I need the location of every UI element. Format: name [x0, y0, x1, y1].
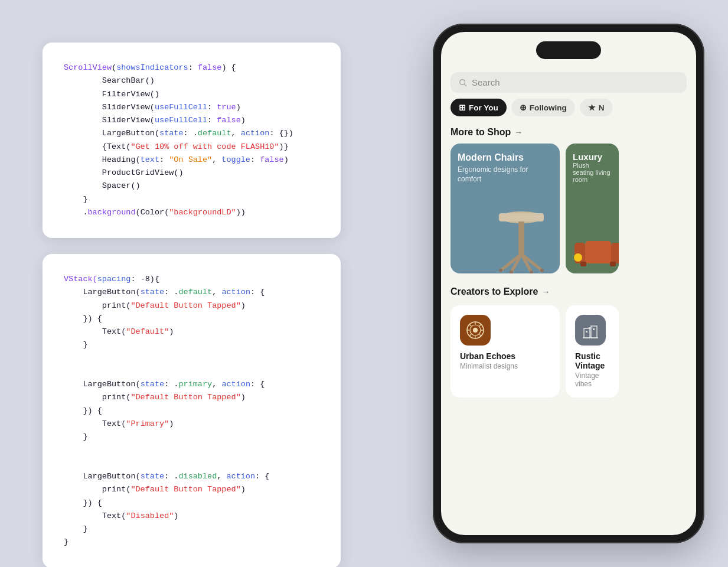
tab-for-you-icon: ⊞ — [459, 103, 466, 112]
shop-card-luxury-content: Luxury Plush seating living room — [566, 144, 619, 191]
phone-screen: Search ⊞ For You ⊕ Following ★ N — [441, 32, 696, 535]
svg-point-9 — [499, 269, 502, 272]
shop-card-luxury[interactable]: Luxury Plush seating living room — [566, 144, 619, 273]
svg-rect-16 — [585, 241, 611, 252]
svg-line-29 — [469, 334, 471, 336]
creator-urban-echoes-desc: Minimalist designs — [460, 362, 550, 370]
svg-rect-18 — [610, 262, 616, 266]
tab-bar: ⊞ For You ⊕ Following ★ N — [441, 99, 696, 123]
shop-card-main-title: Modern Chairs — [458, 152, 553, 163]
shop-card-modern-chairs[interactable]: Modern Chairs Ergonomic designs for comf… — [450, 144, 560, 273]
tab-starred[interactable]: ★ N — [580, 99, 613, 116]
svg-rect-15 — [611, 243, 619, 263]
phone-outer: Search ⊞ For You ⊕ Following ★ N — [433, 24, 704, 543]
svg-point-21 — [473, 328, 478, 333]
svg-line-27 — [479, 334, 481, 336]
svg-rect-31 — [591, 326, 597, 338]
chair-illustration — [483, 179, 560, 273]
svg-rect-17 — [580, 262, 586, 266]
creator-icon-urban-echoes — [460, 315, 491, 346]
phone-frame: Search ⊞ For You ⊕ Following ★ N — [433, 24, 704, 543]
creator-rustic-vintage-name: Rustic Vintage — [575, 351, 609, 370]
search-icon — [459, 79, 467, 87]
more-to-shop-header: More to Shop → — [441, 123, 696, 144]
creators-row: Urban Echoes Minimalist designs — [441, 305, 696, 397]
svg-rect-33 — [589, 327, 590, 329]
more-to-shop-title: More to Shop — [450, 127, 511, 138]
creator-icon-rustic-vintage — [575, 315, 606, 346]
creator-rustic-vintage-desc: Vintage vibes — [575, 372, 609, 388]
more-to-shop-arrow[interactable]: → — [514, 128, 523, 137]
phone-content: Search ⊞ For You ⊕ Following ★ N — [441, 32, 696, 535]
shop-card-main-content: Modern Chairs Ergonomic designs for comf… — [450, 144, 560, 192]
tab-for-you[interactable]: ⊞ For You — [450, 99, 507, 116]
creators-to-explore-header: Creators to Explore → — [441, 283, 696, 303]
svg-rect-32 — [586, 331, 587, 333]
search-placeholder: Search — [472, 77, 500, 87]
tab-starred-icon: ★ — [588, 103, 596, 112]
code-panel-bottom: VStack(spacing: -8){ LargeButton(state: … — [43, 254, 341, 567]
code-top-pre: ScrollView(showsIndicators: false) { Sea… — [64, 61, 319, 219]
tab-starred-label: N — [599, 103, 605, 112]
couch-illustration — [574, 232, 619, 268]
svg-line-26 — [469, 324, 471, 326]
yellow-dot — [574, 253, 582, 262]
code-panel-top: ScrollView(showsIndicators: false) { Sea… — [43, 43, 341, 238]
creator-card-rustic-vintage[interactable]: Rustic Vintage Vintage vibes — [566, 305, 619, 397]
tab-for-you-label: For You — [469, 103, 498, 112]
svg-rect-3 — [499, 213, 544, 221]
dynamic-island — [536, 41, 601, 59]
search-bar[interactable]: Search — [450, 72, 687, 93]
shop-cards-row: Modern Chairs Ergonomic designs for comf… — [441, 144, 696, 273]
svg-point-10 — [540, 269, 544, 272]
tab-following[interactable]: ⊕ Following — [511, 99, 575, 116]
creators-to-explore-title: Creators to Explore — [450, 286, 538, 297]
svg-line-1 — [465, 84, 466, 86]
creator-urban-echoes-name: Urban Echoes — [460, 351, 550, 361]
code-bottom-pre: VStack(spacing: -8){ LargeButton(state: … — [64, 273, 319, 549]
tab-following-icon: ⊕ — [520, 103, 527, 112]
svg-line-28 — [479, 324, 481, 326]
creators-arrow[interactable]: → — [541, 287, 550, 296]
svg-rect-30 — [584, 328, 590, 338]
creator-card-urban-echoes[interactable]: Urban Echoes Minimalist designs — [450, 305, 560, 397]
shop-card-main-subtitle: Ergonomic designs for comfort — [458, 165, 553, 184]
shop-card-luxury-subtitle: Plush seating living room — [573, 162, 612, 183]
svg-rect-34 — [593, 328, 595, 330]
svg-rect-4 — [518, 221, 524, 254]
shop-card-luxury-title: Luxury — [573, 152, 612, 162]
tab-following-label: Following — [530, 103, 567, 112]
